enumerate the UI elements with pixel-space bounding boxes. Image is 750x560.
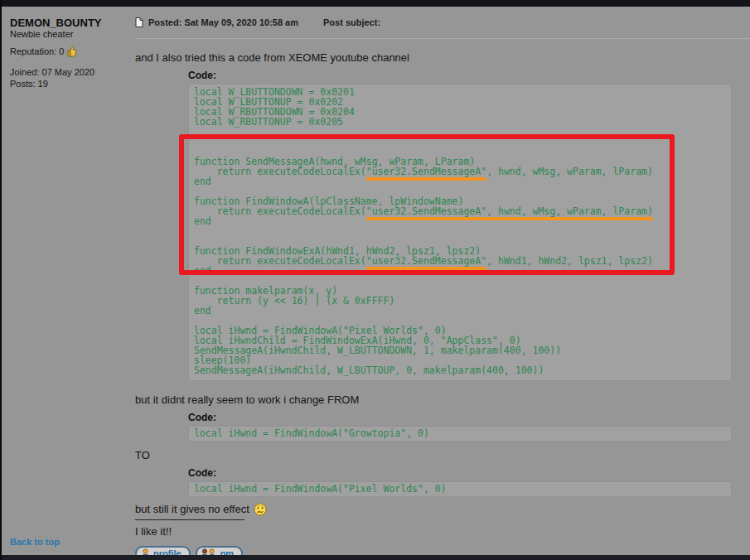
- code-label: Code:: [188, 412, 742, 424]
- code-section-1: Code: local W_LBUTTONDOWN = 0x0201local …: [188, 70, 742, 381]
- author-reputation: Reputation: 0: [10, 46, 132, 57]
- code-block-main: local W_LBUTTONDOWN = 0x0201local W_LBUT…: [188, 84, 732, 381]
- top-divider-bar: [2, 0, 750, 7]
- post-body: and I also tried this a code from XEOME …: [135, 51, 750, 560]
- code-block-to: local iHwnd = FindWindowA("Pixel Worlds"…: [188, 481, 732, 497]
- confused-smiley-icon: [254, 503, 267, 516]
- author-username: DEMON_BOUNTY: [10, 17, 132, 29]
- reputation-label: Reputation: 0: [10, 46, 64, 57]
- author-sidebar: DEMON_BOUNTY Newbie cheater Reputation: …: [2, 7, 132, 555]
- forum-post-page: DEMON_BOUNTY Newbie cheater Reputation: …: [0, 0, 750, 560]
- post-header-row: Posted: Sat May 09, 2020 10:58 am Post s…: [135, 7, 750, 39]
- author-rank: Newbie cheater: [10, 29, 132, 40]
- code-label: Code:: [188, 467, 742, 480]
- post-intro-text: and I also tried this a code from XEOME …: [135, 51, 742, 65]
- author-post-count: Posts: 19: [10, 78, 132, 89]
- no-effect-text: but still it gives no effect: [135, 502, 249, 516]
- post-subject-label: Post subject:: [323, 17, 380, 27]
- post-to-text: TO: [135, 448, 742, 462]
- author-joined: Joined: 07 May 2020: [10, 66, 132, 78]
- back-to-top-link[interactable]: Back to top: [10, 537, 60, 547]
- thumbs-up-icon: [67, 46, 77, 57]
- code-section-3: Code: local iHwnd = FindWindowA("Pixel W…: [188, 467, 742, 497]
- page-icon: [135, 17, 143, 27]
- posted-timestamp: Posted: Sat May 09, 2020 10:58 am: [148, 17, 298, 27]
- post-middle-text: but it didnt really seem to work i chang…: [135, 393, 742, 407]
- signature-divider: [135, 519, 244, 520]
- code-label: Code:: [188, 70, 742, 82]
- bottom-divider-bar: [2, 555, 750, 560]
- code-section-2: Code: local iHwnd = FindWindowA("Growtop…: [188, 412, 742, 442]
- signature-text: I like it!!: [135, 524, 742, 538]
- code-block-from: local iHwnd = FindWindowA("Growtopia", 0…: [188, 426, 732, 442]
- post-row: DEMON_BOUNTY Newbie cheater Reputation: …: [2, 7, 750, 555]
- post-column: Posted: Sat May 09, 2020 10:58 am Post s…: [132, 7, 750, 555]
- post-no-effect-line: but still it gives no effect: [135, 502, 742, 516]
